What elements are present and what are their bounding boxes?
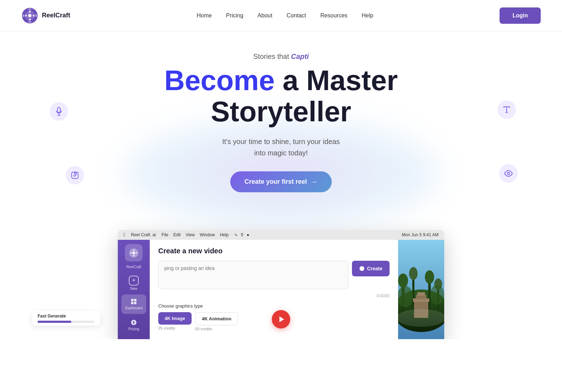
fast-generate-label: Fast Generate xyxy=(38,314,94,319)
char-count: 0/4000 xyxy=(158,293,390,298)
svg-rect-21 xyxy=(131,302,134,304)
subtitle-prefix: Stories that xyxy=(253,53,291,60)
eye-icon xyxy=(499,164,518,183)
svg-point-2 xyxy=(28,14,32,17)
app-name: Reel Craft. ai xyxy=(131,232,156,237)
4k-image-credits: 25 credits xyxy=(158,326,192,330)
logo-text: ReelCraft xyxy=(42,12,70,19)
new-label: New xyxy=(130,287,137,291)
dashboard-label: Dashboard xyxy=(125,306,143,310)
sidebar-new-item[interactable]: + New xyxy=(121,273,146,293)
sidebar-logo xyxy=(125,244,143,261)
ruins-svg xyxy=(398,240,444,339)
subtitle-highlight: Capti xyxy=(291,53,309,60)
hero-desc-line2: into magic today! xyxy=(254,149,308,157)
svg-point-31 xyxy=(409,267,418,280)
svg-point-29 xyxy=(398,274,408,288)
svg-point-33 xyxy=(425,270,434,284)
menu-window[interactable]: Window xyxy=(200,232,215,237)
sidebar-logo-icon xyxy=(128,248,139,258)
cta-button[interactable]: Create your first reel → xyxy=(230,171,332,192)
system-icons: ∿ ⚲ ● xyxy=(234,232,249,237)
svg-point-15 xyxy=(133,249,135,251)
sidebar-brand-label: ReelCraft xyxy=(126,265,141,269)
arrow-icon: → xyxy=(310,178,318,186)
paint-icon xyxy=(66,166,84,184)
dashboard-icon xyxy=(130,298,137,305)
graphics-4k-animation[interactable]: 4K Animation xyxy=(195,312,238,325)
hero-subtitle: Stories that Capti xyxy=(7,53,555,61)
nav-contact[interactable]: Contact xyxy=(287,12,306,18)
svg-point-18 xyxy=(136,252,137,254)
svg-point-16 xyxy=(133,255,135,256)
menu-items: File Edit View Window Help xyxy=(161,232,228,237)
menu-file[interactable]: File xyxy=(161,232,168,237)
user-menu-icon: ● xyxy=(247,232,249,237)
menu-help[interactable]: Help xyxy=(220,232,229,237)
app-preview-image xyxy=(398,240,444,339)
svg-rect-39 xyxy=(417,292,425,296)
logo-icon xyxy=(21,7,38,24)
sidebar-pricing-item[interactable]: Pricing xyxy=(121,315,146,335)
hero-title: Become a MasterStoryteller xyxy=(7,65,555,127)
new-plus-icon: + xyxy=(129,276,139,286)
search-menu-icon: ⚲ xyxy=(241,232,244,237)
svg-rect-8 xyxy=(28,21,31,23)
progress-bar-background xyxy=(38,321,94,323)
svg-point-5 xyxy=(25,15,27,17)
ruins-image xyxy=(398,240,444,339)
sidebar-dashboard-item[interactable]: Dashboard xyxy=(121,294,146,314)
svg-point-41 xyxy=(398,286,413,307)
wifi-icon: ∿ xyxy=(234,232,238,237)
nav-help[interactable]: Help xyxy=(362,12,373,18)
login-button[interactable]: Login xyxy=(500,7,541,24)
svg-rect-20 xyxy=(134,299,137,302)
svg-point-42 xyxy=(430,285,444,305)
svg-point-17 xyxy=(130,252,132,254)
svg-marker-43 xyxy=(279,316,284,322)
svg-rect-10 xyxy=(35,14,37,17)
nav-links: Home Pricing About Contact Resources Hel… xyxy=(197,12,373,19)
svg-rect-7 xyxy=(28,9,31,10)
fast-generate-badge: Fast Generate xyxy=(32,311,100,326)
svg-point-25 xyxy=(361,267,363,270)
create-icon xyxy=(359,266,365,271)
app-main-title: Create a new video xyxy=(158,247,390,255)
system-time: Mon Jun 5 9:41 AM xyxy=(402,232,439,237)
pricing-icon xyxy=(130,319,137,326)
nav-about[interactable]: About xyxy=(258,12,272,18)
create-button[interactable]: Create xyxy=(352,261,390,276)
logo[interactable]: ReelCraft xyxy=(21,7,70,24)
hero-desc-line1: It's your time to shine, turn your ideas xyxy=(222,138,340,145)
mic-icon xyxy=(50,102,68,121)
4k-animation-credits: 50 credits xyxy=(195,327,238,331)
menu-edit[interactable]: Edit xyxy=(173,232,181,237)
svg-point-12 xyxy=(507,172,509,175)
play-icon xyxy=(278,315,286,323)
nav-resources[interactable]: Resources xyxy=(320,12,347,18)
navbar: ReelCraft Home Pricing About Contact Res… xyxy=(0,0,562,31)
mac-menubar:  Reel Craft. ai File Edit View Window H… xyxy=(118,230,444,240)
graphics-type-label: Choose graphics type xyxy=(158,303,390,309)
hero-description: It's your time to shine, turn your ideas… xyxy=(7,136,555,159)
idea-input[interactable] xyxy=(158,261,348,289)
create-label: Create xyxy=(367,266,382,271)
progress-bar-fill xyxy=(38,321,71,323)
menu-view[interactable]: View xyxy=(186,232,195,237)
svg-rect-9 xyxy=(23,14,24,17)
svg-rect-22 xyxy=(134,302,137,304)
app-preview-section: Fast Generate  Reel Craft. ai File Edit… xyxy=(0,230,562,339)
svg-point-14 xyxy=(132,252,135,254)
play-button[interactable] xyxy=(272,310,290,328)
hero-title-highlight: Become xyxy=(164,65,275,96)
nav-home[interactable]: Home xyxy=(197,12,212,18)
svg-point-4 xyxy=(29,18,31,21)
nav-pricing[interactable]: Pricing xyxy=(226,12,243,18)
svg-point-6 xyxy=(33,15,35,17)
svg-rect-19 xyxy=(131,299,134,302)
cta-label: Create your first reel xyxy=(244,178,307,186)
idea-input-row: Create xyxy=(158,261,390,289)
graphics-4k-image[interactable]: 4K Image xyxy=(158,312,192,325)
hero-section: Stories that Capti Become a MasterStoryt… xyxy=(0,31,562,230)
apple-logo:  xyxy=(123,232,125,238)
